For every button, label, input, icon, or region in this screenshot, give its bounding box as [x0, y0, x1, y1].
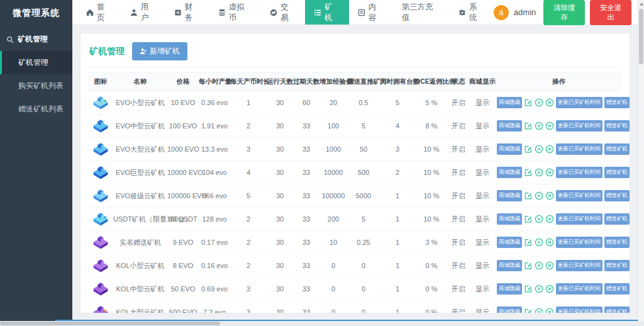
avatar[interactable]: a	[494, 5, 509, 20]
nav-item-1[interactable]: 用户	[121, 0, 165, 25]
edit-icon[interactable]	[524, 261, 533, 270]
close-icon[interactable]	[545, 238, 554, 247]
cell-run-days: 30	[267, 262, 293, 269]
update-bought-miner-time-button[interactable]: 更新已买矿机时间	[556, 283, 602, 295]
update-bought-miner-time-button[interactable]: 更新已买矿机时间	[556, 260, 602, 271]
vertical-scrollbar[interactable]	[638, 0, 644, 321]
pause-icon[interactable]	[535, 308, 543, 313]
scroll-up-arrow-icon[interactable]	[640, 3, 643, 6]
cell-price: 9 EVO	[167, 239, 199, 246]
gift-miner-button[interactable]: 赠送矿机	[604, 120, 630, 132]
gift-miner-button[interactable]: 赠送矿机	[604, 306, 630, 313]
mall-hide-button[interactable]: 商城隐藏	[497, 97, 522, 108]
cell-price: 10000 EVO	[167, 169, 199, 176]
close-icon[interactable]	[545, 98, 554, 107]
close-icon[interactable]	[545, 215, 554, 223]
close-icon[interactable]	[545, 168, 554, 177]
pause-icon[interactable]	[535, 145, 543, 154]
column-header: 每小时产量	[199, 77, 230, 86]
close-icon[interactable]	[545, 145, 554, 154]
horizontal-scrollbar[interactable]	[0, 321, 644, 326]
row-actions: 商城隐藏更新已买矿机时间赠送矿机	[496, 190, 630, 201]
edit-icon[interactable]	[524, 98, 533, 107]
gift-miner-button[interactable]: 赠送矿机	[604, 167, 630, 178]
column-header: OCE返佣比例	[415, 77, 448, 86]
edit-icon[interactable]	[524, 284, 533, 293]
nav-item-7[interactable]: 第三方充值	[393, 0, 450, 25]
pause-icon[interactable]	[535, 238, 543, 247]
app-title: 微管理系统	[0, 0, 72, 25]
cell-mall-display: 显示	[469, 191, 496, 201]
cell-mall-display: 显示	[469, 168, 496, 177]
mall-hide-button[interactable]: 商城隐藏	[497, 120, 522, 132]
sidebar-item-gift-list[interactable]: 赠送矿机列表	[0, 98, 72, 121]
horizontal-scrollbar-thumb[interactable]	[0, 322, 220, 325]
nav-item-3[interactable]: 虚拟币	[209, 0, 261, 25]
clear-cache-button[interactable]: 清除缓存	[543, 0, 585, 25]
mall-hide-button[interactable]: 商城隐藏	[497, 260, 522, 271]
pause-icon[interactable]	[535, 284, 543, 293]
cell-direct-hash: 500	[347, 169, 380, 176]
edit-icon[interactable]	[524, 121, 533, 130]
close-icon[interactable]	[545, 121, 554, 130]
close-icon[interactable]	[545, 284, 554, 293]
table-header-row: 图标名称价格每小时产量每天产币时长运行天数过期天数增加经验值赠送直推矿力同时拥有…	[88, 72, 622, 91]
nav-item-8[interactable]: 系统	[450, 0, 494, 25]
mall-hide-button[interactable]: 商城隐藏	[497, 167, 522, 178]
cell-expire-days: 33	[293, 192, 319, 200]
logout-button[interactable]: 安全退出	[590, 0, 631, 25]
nav-item-5[interactable]: 矿机	[305, 0, 349, 25]
gift-miner-button[interactable]: 赠送矿机	[604, 283, 630, 295]
nav-item-6[interactable]: 内容	[349, 0, 393, 25]
edit-icon[interactable]	[524, 145, 533, 154]
cell-direct-hash: 0.25	[347, 239, 380, 246]
close-icon[interactable]	[545, 308, 554, 313]
mall-hide-button[interactable]: 商城隐藏	[497, 143, 522, 155]
mall-hide-button[interactable]: 商城隐藏	[497, 213, 522, 225]
cell-hourly-output: 0.17 evo	[199, 239, 230, 246]
add-miner-button[interactable]: 新增矿机	[132, 42, 187, 60]
sidebar-item-miner-manage[interactable]: 矿机管理	[0, 51, 72, 74]
update-bought-miner-time-button[interactable]: 更新已买矿机时间	[556, 97, 602, 108]
update-bought-miner-time-button[interactable]: 更新已买矿机时间	[556, 120, 602, 132]
gift-miner-button[interactable]: 赠送矿机	[604, 213, 630, 225]
update-bought-miner-time-button[interactable]: 更新已买矿机时间	[556, 190, 602, 201]
miner-icon	[88, 189, 113, 203]
update-bought-miner-time-button[interactable]: 更新已买矿机时间	[556, 143, 602, 155]
gift-miner-button[interactable]: 赠送矿机	[604, 190, 630, 201]
close-icon[interactable]	[545, 261, 554, 270]
update-bought-miner-time-button[interactable]: 更新已买矿机时间	[556, 306, 602, 313]
update-bought-miner-time-button[interactable]: 更新已买矿机时间	[556, 213, 602, 225]
pause-icon[interactable]	[535, 261, 543, 270]
mall-hide-button[interactable]: 商城隐藏	[497, 190, 522, 201]
cell-status: 开启	[448, 284, 469, 294]
edit-icon[interactable]	[524, 215, 533, 223]
update-bought-miner-time-button[interactable]: 更新已买矿机时间	[556, 167, 602, 178]
mall-hide-button[interactable]: 商城隐藏	[497, 283, 522, 295]
vertical-scrollbar-thumb[interactable]	[639, 9, 643, 64]
sidebar-item-buy-list[interactable]: 购买矿机列表	[0, 74, 72, 98]
pause-icon[interactable]	[535, 168, 543, 177]
edit-icon[interactable]	[524, 238, 533, 247]
gift-miner-button[interactable]: 赠送矿机	[604, 97, 630, 108]
pause-icon[interactable]	[535, 191, 543, 200]
nav-item-4[interactable]: 交易	[261, 0, 305, 25]
cell-status: 开启	[448, 308, 469, 314]
edit-icon[interactable]	[524, 308, 533, 313]
close-icon[interactable]	[545, 191, 554, 200]
gift-miner-button[interactable]: 赠送矿机	[604, 237, 630, 248]
edit-icon[interactable]	[524, 168, 533, 177]
pause-icon[interactable]	[535, 121, 543, 130]
pause-icon[interactable]	[535, 98, 543, 107]
mall-hide-button[interactable]: 商城隐藏	[497, 237, 522, 248]
nav-item-0[interactable]: 首页	[77, 0, 121, 25]
cell-exp-value: 100	[319, 122, 347, 130]
edit-icon[interactable]	[524, 191, 533, 200]
nav-item-label: 财务	[185, 2, 201, 23]
nav-item-2[interactable]: 财务	[165, 0, 209, 25]
gift-miner-button[interactable]: 赠送矿机	[604, 143, 630, 155]
mall-hide-button[interactable]: 商城隐藏	[497, 306, 522, 313]
pause-icon[interactable]	[535, 215, 543, 223]
update-bought-miner-time-button[interactable]: 更新已买矿机时间	[556, 237, 602, 248]
gift-miner-button[interactable]: 赠送矿机	[604, 260, 630, 271]
